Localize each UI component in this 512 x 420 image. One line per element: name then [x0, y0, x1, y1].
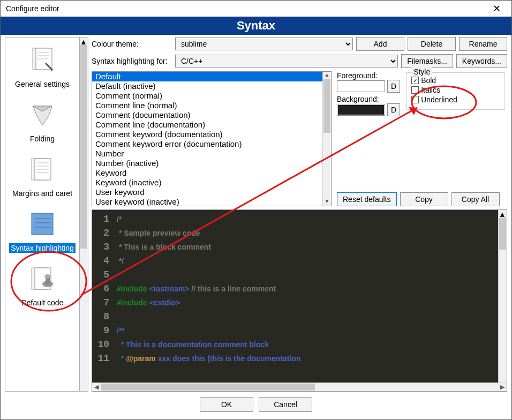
titlebar: Configure editor ✕ — [1, 1, 511, 17]
keywords-button[interactable]: Keywords... — [456, 54, 507, 68]
syntax-for-label: Syntax highlighting for: — [92, 57, 172, 65]
style-list-item[interactable]: Comment keyword error (documentation) — [92, 139, 322, 149]
sidebar-icon — [24, 207, 61, 241]
sidebar-icon — [24, 261, 61, 296]
sidebar-item-label: Default code — [20, 298, 65, 308]
style-list-item[interactable]: Keyword — [92, 168, 322, 178]
style-list-item[interactable]: Comment line (normal) — [92, 101, 322, 110]
sidebar-item-default-code[interactable]: Default code — [5, 258, 79, 313]
style-list-item[interactable]: Default (inactive) — [92, 81, 322, 91]
window-title: Configure editor — [6, 4, 59, 13]
sidebar-item-label: General settings — [13, 79, 71, 89]
colour-theme-select[interactable]: sublime — [175, 38, 353, 50]
page-banner: Syntax — [1, 17, 511, 35]
sidebar-scrollbar[interactable]: ▲ ▼ — [80, 37, 88, 392]
colour-theme-label: Colour theme: — [92, 40, 172, 48]
sidebar-icon — [24, 152, 61, 186]
sidebar-item-label: Folding — [28, 134, 56, 144]
style-listbox[interactable]: DefaultDefault (inactive)Comment (normal… — [92, 71, 332, 206]
delete-button[interactable]: Delete — [408, 37, 456, 51]
style-list-item[interactable]: Default — [92, 72, 322, 81]
svg-rect-13 — [32, 213, 53, 235]
syntax-language-select[interactable]: C/C++ — [175, 55, 398, 68]
preview-code: /* * Sample preview code * This is a blo… — [112, 210, 498, 382]
listbox-scrollbar[interactable]: ▲ ▼ — [322, 72, 331, 206]
preview-hscrollbar[interactable]: ◀ ▶ — [92, 382, 507, 391]
sidebar-icon — [24, 43, 61, 77]
cancel-button[interactable]: Cancel — [259, 397, 312, 412]
sidebar-item-margins-and-caret[interactable]: Margins and caret — [5, 149, 79, 204]
bold-checkbox[interactable]: ✓ Bold — [411, 76, 500, 85]
ok-button[interactable]: OK — [200, 397, 253, 412]
sidebar-item-label: Margins and caret — [11, 189, 74, 198]
background-default-button[interactable]: D — [387, 103, 400, 116]
background-label: Background: — [337, 95, 400, 103]
svg-point-21 — [44, 274, 51, 279]
copy-all-button[interactable]: Copy All — [451, 192, 500, 206]
reset-defaults-button[interactable]: Reset defaults — [337, 192, 397, 206]
foreground-default-button[interactable]: D — [387, 80, 400, 93]
add-button[interactable]: Add — [356, 37, 404, 51]
sidebar-item-label: Syntax highlighting — [9, 243, 76, 253]
style-list-item[interactable]: User keyword (inactive) — [92, 197, 322, 206]
sidebar-item-folding[interactable]: Folding — [5, 94, 79, 149]
italics-checkbox[interactable]: Italics — [411, 86, 500, 94]
foreground-swatch[interactable] — [337, 80, 385, 92]
sidebar-icon — [24, 98, 61, 132]
style-group-label: Style — [411, 68, 432, 76]
style-list-item[interactable]: User keyword — [92, 188, 322, 197]
background-swatch[interactable] — [337, 104, 385, 116]
filemasks-button[interactable]: Filemasks... — [401, 54, 453, 68]
style-list-item[interactable]: Comment (documentation) — [92, 110, 322, 120]
category-sidebar: General settingsFoldingMargins and caret… — [5, 37, 80, 392]
rename-button[interactable]: Rename — [459, 37, 507, 51]
preview-gutter: 1234567891011 — [92, 210, 112, 382]
foreground-label: Foreground: — [337, 71, 400, 80]
close-icon[interactable]: ✕ — [487, 2, 506, 16]
preview-vscrollbar[interactable]: ▲ ▼ — [498, 210, 507, 382]
copy-button[interactable]: Copy — [400, 192, 448, 206]
style-list-item[interactable]: Number (inactive) — [92, 159, 322, 168]
italics-label: Italics — [421, 86, 440, 94]
style-list-item[interactable]: Comment keyword (documentation) — [92, 130, 322, 139]
sidebar-item-syntax-highlighting[interactable]: Syntax highlighting — [5, 204, 79, 258]
style-list-item[interactable]: Comment (normal) — [92, 91, 322, 101]
style-group: Style ✓ Bold Italics — [406, 72, 505, 110]
style-list-item[interactable]: Number — [92, 149, 322, 159]
underlined-label: Underlined — [421, 95, 457, 104]
underlined-checkbox[interactable]: Underlined — [411, 95, 500, 104]
sidebar-item-general-settings[interactable]: General settings — [5, 40, 79, 94]
style-list-item[interactable]: Keyword (inactive) — [92, 178, 322, 188]
preview-editor: 1234567891011 /* * Sample preview code *… — [92, 209, 507, 392]
style-list-item[interactable]: Comment line (documentation) — [92, 120, 322, 130]
bold-label: Bold — [421, 76, 436, 85]
